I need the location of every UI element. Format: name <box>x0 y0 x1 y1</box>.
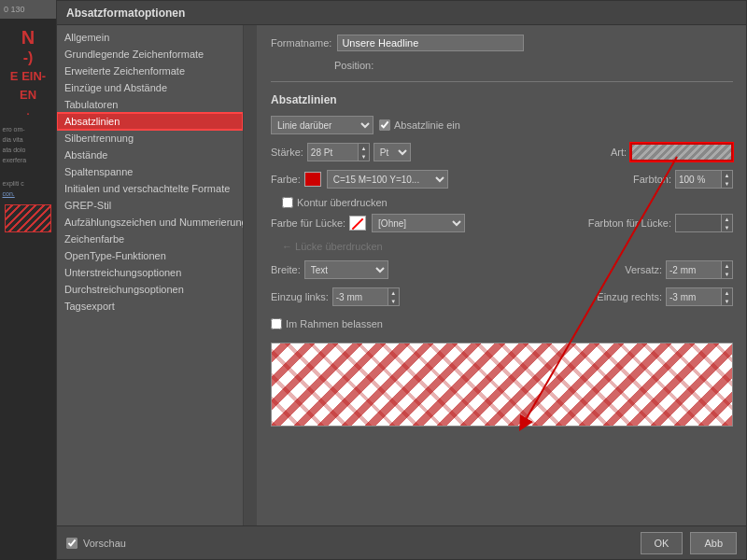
farbton-spin-buttons: ▲ ▼ <box>722 170 733 189</box>
farbe-color-box <box>304 172 321 187</box>
versatz-label: Versatz: <box>625 264 662 275</box>
sidebar-item-silbentrennung[interactable]: Silbentrennung <box>57 130 243 147</box>
farbton-luecke-spin-buttons: ▲ ▼ <box>722 214 733 232</box>
bg-small-text-4: exerfera <box>3 157 54 163</box>
bg-small-text-2: dia vita <box>3 136 54 143</box>
im-rahmen-label: Im Rahmen belassen <box>286 318 383 329</box>
farbton-luecke-label: Farbton für Lücke: <box>588 217 671 229</box>
bg-line-3: E EIN- <box>10 69 46 84</box>
farbton-luecke-group: Farbton für Lücke: ▲ ▼ <box>588 214 733 232</box>
farbton-label: Farbton: <box>633 174 671 185</box>
einzug-links-spin: ▲ ▼ <box>332 287 400 306</box>
breite-group: Breite: Text <box>271 260 388 279</box>
position-label: Position: <box>334 60 374 71</box>
sidebar-item-einzuege[interactable]: Einzüge und Abstände <box>57 79 243 96</box>
sidebar-item-abstaende[interactable]: Abstände <box>57 147 243 163</box>
sidebar-item-allgemein[interactable]: Allgemein <box>57 29 243 46</box>
luecke-ueberdrucken-label: ← Lücke überdrucken <box>282 241 383 252</box>
farbe-group: Farbe: C=15 M=100 Y=10... <box>271 170 448 189</box>
bg-pattern <box>5 204 51 232</box>
farbton-luecke-input[interactable] <box>675 214 722 232</box>
sidebar-item-unterstreichung[interactable]: Unterstreichungsoptionen <box>57 264 243 281</box>
farbton-luecke-spin: ▲ ▼ <box>675 214 733 232</box>
staerke-spin-down[interactable]: ▼ <box>359 152 369 161</box>
staerke-spin-buttons: ▲ ▼ <box>359 143 370 161</box>
einzug-links-input[interactable] <box>332 287 388 306</box>
einzug-links-spin-up[interactable]: ▲ <box>388 288 399 297</box>
sidebar-item-durchstreichung[interactable]: Durchstreichungsoptionen <box>57 281 243 298</box>
breite-label: Breite: <box>271 264 301 275</box>
abbrechen-button[interactable]: Abb <box>690 532 737 554</box>
sidebar: Allgemein Grundlegende Zeichenformate Er… <box>57 25 244 525</box>
ok-button[interactable]: OK <box>641 532 684 554</box>
vorschau-checkbox[interactable] <box>66 538 78 549</box>
staerke-unit-select[interactable]: Pt <box>374 143 411 161</box>
farbe-luecke-select[interactable]: [Ohne] <box>372 214 465 232</box>
einzug-rechts-spin-up[interactable]: ▲ <box>722 288 732 297</box>
format-name-input[interactable] <box>337 35 524 51</box>
sidebar-scrollbar[interactable] <box>244 25 257 525</box>
absatzformatoptionen-dialog: Absatzformatoptionen Allgemein Grundlege… <box>56 0 747 560</box>
main-content: Formatname: Position: Absatzlinien Linie… <box>258 25 746 525</box>
farbton-group: Farbton: ▲ ▼ <box>633 170 733 189</box>
versatz-input[interactable] <box>666 260 722 279</box>
farbton-spin-down[interactable]: ▼ <box>722 179 732 188</box>
sidebar-item-tagsexport[interactable]: Tagsexport <box>57 298 243 315</box>
einzug-rechts-group: Einzug rechts: ▲ ▼ <box>597 287 733 306</box>
section-divider-1 <box>271 81 733 82</box>
farbton-luecke-spin-down[interactable]: ▼ <box>722 223 732 231</box>
kontur-row: Kontur überdrucken <box>282 197 733 208</box>
einzug-links-group: Einzug links: ▲ ▼ <box>271 287 400 306</box>
sidebar-item-zeichenfarbe[interactable]: Zeichenfarbe <box>57 231 243 247</box>
footer-left: Vorschau <box>66 538 633 549</box>
farbe-luecke-row: Farbe für Lücke: [Ohne] Farbton für Lück… <box>271 214 733 232</box>
versatz-group: Versatz: ▲ ▼ <box>625 260 733 279</box>
linie-darueber-select[interactable]: Linie darüber <box>271 116 374 134</box>
einzug-links-spin-buttons: ▲ ▼ <box>388 287 400 306</box>
preview-pattern <box>272 343 732 426</box>
bg-link: con. <box>3 190 54 197</box>
footer-right: OK Abb <box>641 532 737 554</box>
staerke-spin-up[interactable]: ▲ <box>359 144 369 152</box>
einzug-rechts-spin-down[interactable]: ▼ <box>722 297 732 305</box>
im-rahmen-checkbox[interactable] <box>271 318 282 329</box>
farbe-farbton-row: Farbe: C=15 M=100 Y=10... Farbton: ▲ ▼ <box>271 170 733 189</box>
sidebar-item-absatzlinien[interactable]: Absatzlinien <box>57 113 243 130</box>
farbton-luecke-spin-up[interactable]: ▲ <box>722 215 732 223</box>
sidebar-item-spaltenspanne[interactable]: Spaltenspanne <box>57 163 243 180</box>
staerke-input[interactable] <box>307 143 359 161</box>
bg-small-text-5: expliti c <box>3 180 54 187</box>
farbe-label: Farbe: <box>271 174 301 185</box>
dialog-titlebar: Absatzformatoptionen <box>57 1 746 25</box>
breite-select[interactable]: Text <box>304 260 388 279</box>
document-content: N -) E EIN- EN . ero om- dia vita ata do… <box>0 19 56 560</box>
farbton-input[interactable] <box>675 170 722 189</box>
art-pattern-box[interactable] <box>630 143 733 161</box>
kontur-checkbox[interactable] <box>282 197 293 208</box>
einzug-rechts-input[interactable] <box>666 287 722 306</box>
ruler: 0 130 <box>0 0 56 19</box>
dialog-body: Allgemein Grundlegende Zeichenformate Er… <box>57 25 746 525</box>
staerke-spin: ▲ ▼ <box>307 143 370 161</box>
einzug-rechts-spin: ▲ ▼ <box>666 287 733 306</box>
farbton-spin-up[interactable]: ▲ <box>722 171 732 179</box>
staerke-label: Stärke: <box>271 147 303 158</box>
sidebar-item-grundlegende[interactable]: Grundlegende Zeichenformate <box>57 46 243 63</box>
sidebar-item-tabulatoren[interactable]: Tabulatoren <box>57 96 243 113</box>
versatz-spin-up[interactable]: ▲ <box>722 261 732 270</box>
absatzlinie-ein-label: Absatzlinie ein <box>394 119 460 131</box>
position-row: Position: <box>334 60 733 71</box>
farbe-select[interactable]: C=15 M=100 Y=10... <box>327 170 448 189</box>
absatzlinie-ein-checkbox[interactable] <box>379 119 390 131</box>
farbton-spin: ▲ ▼ <box>675 170 733 189</box>
sidebar-item-aufzaehlung[interactable]: Aufzählungszeichen und Nummerierung <box>57 214 243 231</box>
sidebar-item-initialen[interactable]: Initialen und verschachtelte Formate <box>57 180 243 197</box>
versatz-spin-down[interactable]: ▼ <box>722 270 732 278</box>
einzug-links-spin-down[interactable]: ▼ <box>388 297 399 305</box>
sidebar-item-opentype[interactable]: OpenType-Funktionen <box>57 247 243 264</box>
versatz-spin-buttons: ▲ ▼ <box>722 260 733 279</box>
art-group: Art: <box>420 143 733 161</box>
sidebar-item-erweiterte[interactable]: Erweiterte Zeichenformate <box>57 63 243 79</box>
bg-line-2: -) <box>23 50 34 65</box>
sidebar-item-grep[interactable]: GREP-Stil <box>57 197 243 214</box>
